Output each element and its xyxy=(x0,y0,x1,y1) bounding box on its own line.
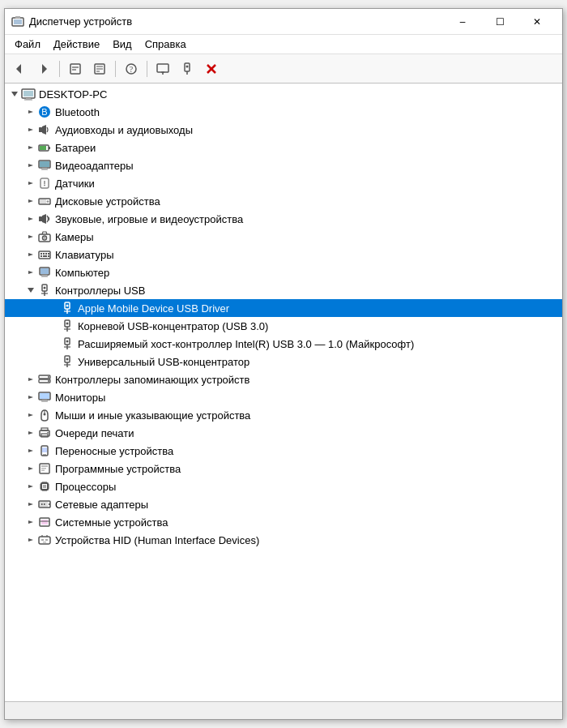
software-expand[interactable] xyxy=(24,462,37,475)
svg-point-87 xyxy=(66,340,69,343)
sensor-expand[interactable] xyxy=(24,177,37,190)
maximize-button[interactable]: ☐ xyxy=(481,9,518,35)
network-expand[interactable] xyxy=(24,498,37,511)
forward-button[interactable] xyxy=(32,58,55,79)
tree-item-sound[interactable]: Звуковые, игровые и видеоустройства xyxy=(5,210,562,228)
tree-item-storage[interactable]: Контроллеры запоминающих устройств xyxy=(5,370,562,388)
svg-rect-60 xyxy=(43,253,45,255)
tree-item-hid[interactable]: Устройства HID (Human Interface Devices) xyxy=(5,531,562,549)
svg-rect-52 xyxy=(39,216,42,221)
battery-expand[interactable] xyxy=(24,141,37,154)
svg-rect-99 xyxy=(40,393,49,399)
tree-item-computer[interactable]: Компьютер xyxy=(5,263,562,281)
tree-item-mouse[interactable]: Мыши и иные указывающие устройства xyxy=(5,406,562,424)
tree-item-usb-hub2[interactable]: Универсальный USB-концентратор xyxy=(5,353,562,370)
hid-expand[interactable] xyxy=(24,533,37,546)
usb-hub1-icon xyxy=(60,319,75,333)
storage-ctrl-label: Контроллеры запоминающих устройств xyxy=(55,374,249,386)
menu-help[interactable]: Справка xyxy=(139,36,193,52)
tree-item-software[interactable]: Программные устройства xyxy=(5,460,562,477)
tree-item-system[interactable]: Системные устройства xyxy=(5,513,562,531)
remove-device-button[interactable] xyxy=(200,58,223,79)
audio-expand[interactable] xyxy=(24,123,37,136)
monitor-expand[interactable] xyxy=(24,391,37,404)
svg-point-50 xyxy=(48,201,49,202)
menu-view[interactable]: Вид xyxy=(106,36,139,52)
tree-item-apple-usb[interactable]: Apple Mobile Device USB Driver xyxy=(5,299,562,317)
tree-item-monitor[interactable]: Мониторы xyxy=(5,388,562,406)
tree-item-usb-xhci[interactable]: Расширяемый хост-контроллер Intel(R) USB… xyxy=(5,335,562,353)
minimize-button[interactable]: – xyxy=(444,9,481,35)
menu-file[interactable]: Файл xyxy=(8,36,47,52)
status-bar xyxy=(5,701,562,719)
portable-expand[interactable] xyxy=(24,444,37,457)
tree-item-cpu[interactable]: Процессоры xyxy=(5,477,562,495)
tree-item-audio[interactable]: Аудиовходы и аудиовыходы xyxy=(5,121,562,139)
camera-expand[interactable] xyxy=(24,230,37,243)
network-label: Сетевые адаптеры xyxy=(55,499,148,511)
svg-marker-51 xyxy=(28,217,33,221)
menu-action[interactable]: Действие xyxy=(47,36,106,52)
computer-expand[interactable] xyxy=(24,266,37,279)
title-bar: Диспетчер устройств – ☐ ✕ xyxy=(5,9,562,35)
update-driver-button[interactable] xyxy=(88,58,111,79)
tree-item-usb-hub1[interactable]: Корневой USB-концентратор (USB 3.0) xyxy=(5,317,562,335)
svg-rect-107 xyxy=(41,428,48,430)
tree-item-battery[interactable]: Батареи xyxy=(5,139,562,156)
system-devices-icon xyxy=(37,515,52,529)
svg-text:B: B xyxy=(41,107,47,117)
tree-item-bluetooth[interactable]: B Bluetooth xyxy=(5,103,562,121)
svg-rect-62 xyxy=(48,253,49,255)
properties-button[interactable] xyxy=(64,58,87,79)
display-expand[interactable] xyxy=(24,159,37,172)
tree-item-keyboard[interactable]: Клавиатуры xyxy=(5,246,562,263)
toolbar-separator-3 xyxy=(147,61,147,77)
bluetooth-label: Bluetooth xyxy=(55,106,100,118)
close-button[interactable]: ✕ xyxy=(518,9,556,35)
svg-rect-117 xyxy=(41,468,46,469)
help-button[interactable]: ? xyxy=(120,58,143,79)
monitor-icon xyxy=(37,390,52,405)
tree-item-disk[interactable]: Дисковые устройства xyxy=(5,192,562,210)
svg-marker-22 xyxy=(11,92,18,96)
tree-item-usb-controllers[interactable]: Контроллеры USB xyxy=(5,281,562,299)
svg-rect-2 xyxy=(15,16,20,19)
svg-point-79 xyxy=(66,305,69,307)
tree-item-camera[interactable]: Камеры xyxy=(5,228,562,246)
camera-icon xyxy=(37,229,52,244)
battery-label: Батареи xyxy=(55,142,96,154)
disk-expand[interactable] xyxy=(24,195,37,208)
svg-marker-144 xyxy=(28,538,33,542)
sound-expand[interactable] xyxy=(24,212,37,225)
svg-point-75 xyxy=(44,287,46,289)
svg-rect-39 xyxy=(40,161,49,167)
system-expand[interactable] xyxy=(24,516,37,529)
scan-button[interactable] xyxy=(176,58,198,79)
cpu-expand[interactable] xyxy=(24,480,37,493)
root-expand-icon[interactable] xyxy=(8,88,21,101)
svg-marker-97 xyxy=(28,396,33,399)
usb-expand[interactable] xyxy=(24,284,37,297)
keyboard-label: Клавиатуры xyxy=(55,249,114,261)
tree-item-display[interactable]: Видеоадаптеры xyxy=(5,156,562,174)
print-expand[interactable] xyxy=(24,426,37,439)
usb-hub2-icon xyxy=(60,354,75,369)
keyboard-expand[interactable] xyxy=(24,248,37,261)
svg-rect-133 xyxy=(43,485,46,488)
svg-rect-59 xyxy=(40,253,42,255)
svg-marker-105 xyxy=(28,431,33,435)
bluetooth-expand[interactable] xyxy=(24,105,37,118)
svg-point-109 xyxy=(47,432,49,434)
back-button[interactable] xyxy=(8,58,31,79)
svg-rect-61 xyxy=(45,253,47,255)
device-tree[interactable]: DESKTOP-PC B Bluetooth xyxy=(5,84,562,701)
tree-item-sensor[interactable]: Датчики xyxy=(5,174,562,192)
tree-item-print[interactable]: Очереди печати xyxy=(5,424,562,442)
svg-rect-32 xyxy=(39,127,42,132)
mouse-expand[interactable] xyxy=(24,409,37,422)
display-button[interactable] xyxy=(151,58,174,79)
tree-item-network[interactable]: Сетевые адаптеры xyxy=(5,495,562,513)
tree-root[interactable]: DESKTOP-PC xyxy=(5,85,562,103)
tree-item-portable[interactable]: Переносные устройства xyxy=(5,442,562,460)
storage-expand[interactable] xyxy=(24,373,37,386)
